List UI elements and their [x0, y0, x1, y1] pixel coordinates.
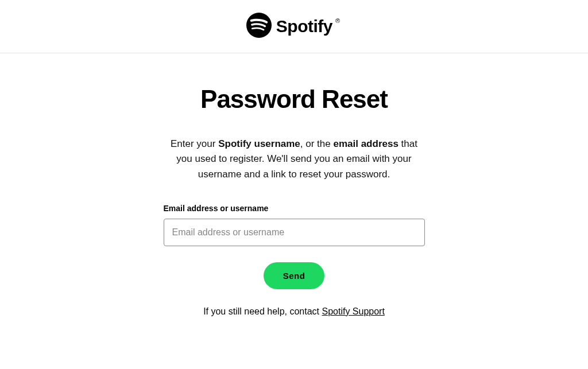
- reset-form: Email address or username Send: [164, 204, 425, 289]
- button-row: Send: [164, 262, 425, 289]
- help-text: If you still need help, contact Spotify …: [164, 306, 425, 317]
- main-content: Password Reset Enter your Spotify userna…: [158, 85, 431, 317]
- page-title: Password Reset: [164, 85, 425, 114]
- registered-mark: ®: [335, 17, 340, 24]
- brand-name: Spotify: [276, 17, 332, 36]
- spotify-logo[interactable]: Spotify ®: [246, 13, 342, 40]
- send-button[interactable]: Send: [264, 262, 325, 289]
- header: Spotify ®: [0, 0, 588, 53]
- svg-point-0: [246, 13, 272, 38]
- spotify-icon: [246, 13, 272, 40]
- page-description: Enter your Spotify username, or the emai…: [164, 137, 425, 182]
- support-link[interactable]: Spotify Support: [322, 306, 384, 316]
- input-label: Email address or username: [164, 204, 425, 213]
- email-username-input[interactable]: [164, 219, 425, 246]
